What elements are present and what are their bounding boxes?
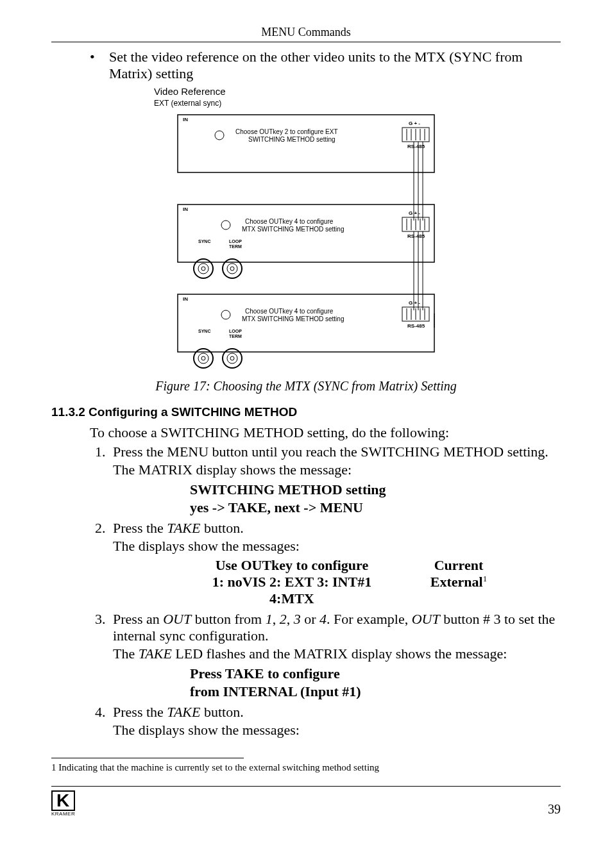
svg-point-24 xyxy=(230,267,234,271)
s3-1: Press an xyxy=(113,611,163,627)
s3-it6: OUT xyxy=(412,611,440,627)
page-header: MENU Commands xyxy=(51,26,561,42)
footnote-divider xyxy=(51,758,244,758)
step2-right1: Current xyxy=(394,557,523,574)
box3-line2: MTX SWITCHING METHOD setting xyxy=(242,315,344,322)
brand-logo: K KRAMER xyxy=(51,790,75,817)
video-reference-label: Video Reference EXT (external sync) xyxy=(154,86,561,108)
term-label: TERM xyxy=(229,244,242,249)
s3-4: , xyxy=(287,611,294,627)
step2-left1: Use OUTkey to configure xyxy=(190,557,394,574)
logo-letter: K xyxy=(51,790,75,811)
section-title: Configuring a SWITCHING METHOD xyxy=(89,405,297,419)
box1-line2: SWITCHING METHOD setting xyxy=(248,136,336,143)
sync-label: SYNC xyxy=(198,239,210,244)
step2-right2: External xyxy=(430,574,483,590)
step4-take: TAKE xyxy=(167,704,200,720)
s3-2: button from xyxy=(191,611,266,627)
s3-it1: OUT xyxy=(163,611,191,627)
svg-point-21 xyxy=(201,267,205,271)
section-heading: 11.3.2 Configuring a SWITCHING METHOD xyxy=(51,405,561,419)
in-label: IN xyxy=(183,206,188,212)
loop-label: LOOP xyxy=(229,329,242,333)
step2-left2: 1: noVIS 2: EXT 3: INT#1 4:MTX xyxy=(190,574,394,607)
bullet-text: Set the video reference on the other vid… xyxy=(109,49,561,82)
bullet-dot: • xyxy=(90,49,109,82)
step-4: Press the TAKE button. The displays show… xyxy=(109,704,561,739)
step2-post: button. xyxy=(200,520,243,536)
bullet-item: • Set the video reference on the other v… xyxy=(90,49,561,82)
svg-point-23 xyxy=(227,263,237,274)
step1-text-a: Press the MENU button until you reach th… xyxy=(113,444,548,460)
svg-rect-28 xyxy=(178,294,434,352)
svg-point-1 xyxy=(215,131,224,140)
svg-point-42 xyxy=(230,356,234,360)
svg-rect-0 xyxy=(178,115,434,172)
box1-line1: Choose OUTkey 2 to configure EXT xyxy=(235,128,338,135)
g-plus-minus-label: G + - xyxy=(409,121,420,126)
step-1: Press the MENU button until you reach th… xyxy=(109,444,561,516)
s3-b2: LED flashes and the MATRIX display shows… xyxy=(172,646,507,662)
step1-msg2: yes -> TAKE, next -> MENU xyxy=(190,499,561,517)
step3-msg2: from INTERNAL (Input #1) xyxy=(190,683,561,701)
svg-point-39 xyxy=(201,356,205,360)
loop-label: LOOP xyxy=(229,239,242,244)
step4-pre: Press the xyxy=(113,704,167,720)
s3-it4: 3 xyxy=(294,611,301,627)
matrix-diagram: IN Choose OUTkey 2 to configure EXT SWIT… xyxy=(139,108,473,378)
svg-point-29 xyxy=(221,310,230,319)
step2-take: TAKE xyxy=(167,520,200,536)
figure-caption: Figure 17: Choosing the MTX (SYNC from M… xyxy=(51,379,561,394)
intro-text: To choose a SWITCHING METHOD setting, do… xyxy=(90,424,561,441)
page-number: 39 xyxy=(548,802,561,817)
g-plus-minus-label: G + - xyxy=(409,300,420,306)
step2-pre: Press the xyxy=(113,520,167,536)
s3-bit: TAKE xyxy=(139,646,172,662)
rs485-label: RS-485 xyxy=(407,323,425,329)
svg-point-38 xyxy=(198,353,208,363)
box2-line2: MTX SWITCHING METHOD setting xyxy=(242,226,344,233)
s3-it3: 2 xyxy=(280,611,287,627)
step4-post: button. xyxy=(200,704,243,720)
box2-line1: Choose OUTkey 4 to configure xyxy=(245,218,334,225)
s3-3: , xyxy=(273,611,280,627)
video-ref-title: Video Reference xyxy=(154,86,225,97)
s3-5: or xyxy=(301,611,319,627)
step-3: Press an OUT button from 1, 2, 3 or 4. F… xyxy=(109,611,561,700)
step1-text-b: The MATRIX display shows the message: xyxy=(113,462,561,478)
step-2: Press the TAKE button. The displays show… xyxy=(109,520,561,607)
section-number: 11.3.2 xyxy=(51,405,85,419)
sync-label: SYNC xyxy=(198,329,210,333)
in-label: IN xyxy=(183,296,188,302)
term-label: TERM xyxy=(229,334,242,338)
s3-it5: 4 xyxy=(319,611,327,627)
step4-text-b: The displays show the messages: xyxy=(113,722,561,739)
svg-rect-11 xyxy=(178,204,434,262)
svg-point-41 xyxy=(227,353,237,363)
in-label: IN xyxy=(183,117,188,122)
step1-msg1: SWITCHING METHOD setting xyxy=(190,481,561,499)
s3-6: . For example, xyxy=(327,611,412,627)
g-plus-minus-label: G + - xyxy=(409,210,420,216)
video-ref-sub: EXT (external sync) xyxy=(154,99,221,108)
footnote-text: 1 Indicating that the machine is current… xyxy=(51,762,561,773)
svg-point-20 xyxy=(198,263,208,274)
box3-line1: Choose OUTkey 4 to configure xyxy=(245,308,334,315)
s3-b1: The xyxy=(113,646,139,662)
svg-point-12 xyxy=(221,221,230,230)
s3-it2: 1 xyxy=(266,611,273,627)
step3-msg1: Press TAKE to configure xyxy=(190,665,561,683)
logo-sub: KRAMER xyxy=(51,811,75,817)
step2-sup: 1 xyxy=(483,574,488,583)
step2-text-b: The displays show the messages: xyxy=(113,538,561,555)
